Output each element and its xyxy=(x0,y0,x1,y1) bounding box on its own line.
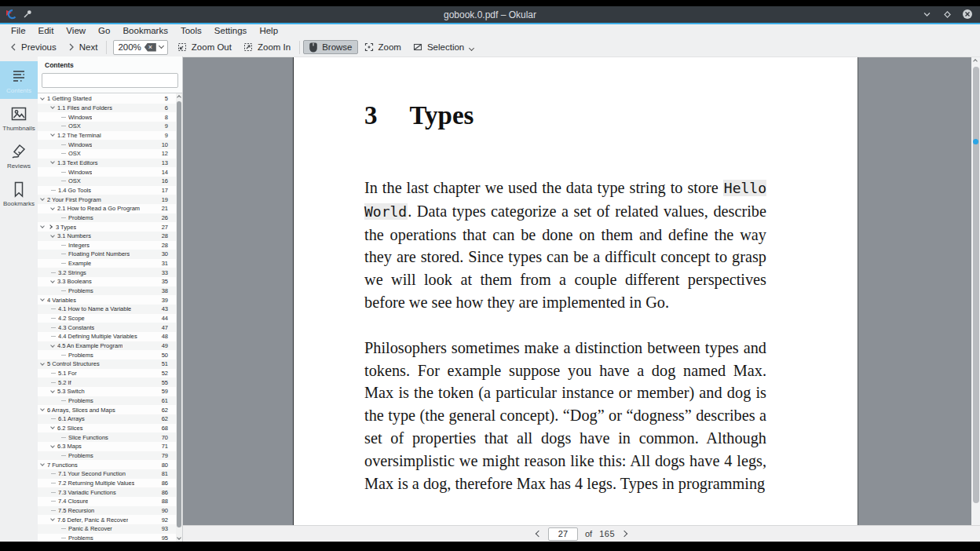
toc-item-label[interactable]: 5.2 If xyxy=(58,379,71,386)
toc-item[interactable]: 1.2 The Terminal9 xyxy=(38,131,176,140)
menu-settings[interactable]: Settings xyxy=(208,24,254,38)
toc-item-label[interactable]: 4.5 An Example Program xyxy=(57,342,122,349)
selection-tool-button[interactable]: Selection xyxy=(407,40,479,54)
toc-item-label[interactable]: 4.3 Constants xyxy=(58,324,94,331)
toc-item[interactable]: 4.2 Scope44 xyxy=(38,314,176,323)
toc-item[interactable]: 5.2 If55 xyxy=(38,378,176,387)
toc-item[interactable]: Problems26 xyxy=(38,213,176,223)
toc-item[interactable]: Floating Point Numbers30 xyxy=(38,250,176,259)
sidebar-tab-contents[interactable]: Contents xyxy=(0,61,38,99)
toc-item[interactable]: Problems95 xyxy=(38,534,176,542)
scroll-down-icon[interactable] xyxy=(177,535,181,540)
toc-item[interactable]: 2.1 How to Read a Go Program21 xyxy=(38,204,176,213)
toc-item[interactable]: 3.3 Booleans35 xyxy=(38,277,176,286)
toc-item[interactable]: 1.4 Go Tools17 xyxy=(38,186,176,195)
toc-item-label[interactable]: 7.6 Defer, Panic & Recover xyxy=(57,516,128,524)
toc-item-label[interactable]: 1.2 The Terminal xyxy=(57,132,101,139)
toc-item-label[interactable]: 3 Types xyxy=(56,224,76,231)
toc-item-label[interactable]: 7.4 Closure xyxy=(58,498,88,505)
scroll-up-icon[interactable] xyxy=(177,95,181,100)
toc-item[interactable]: Panic & Recover93 xyxy=(38,524,176,534)
chevron-down-icon[interactable] xyxy=(469,45,474,50)
menu-go[interactable]: Go xyxy=(92,24,116,38)
toc-item[interactable]: 7.6 Defer, Panic & Recover92 xyxy=(38,515,176,524)
toc-item-label[interactable]: 3.3 Booleans xyxy=(57,278,92,285)
collapse-chevron-icon[interactable] xyxy=(40,462,45,466)
toc-item-label[interactable]: Slice Functions xyxy=(68,434,108,441)
previous-page-button[interactable]: Previous xyxy=(4,41,62,53)
toc-item[interactable]: 3.2 Strings33 xyxy=(38,268,176,277)
toc-item[interactable]: 1.3 Text Editors13 xyxy=(38,159,176,168)
toc-item-label[interactable]: Problems xyxy=(68,214,93,221)
chevron-down-icon[interactable] xyxy=(159,43,164,49)
toc-item-label[interactable]: Windows xyxy=(68,169,92,176)
toc-item-label[interactable]: Integers xyxy=(68,242,90,249)
toc-item-label[interactable]: 5 Control Structures xyxy=(47,360,100,367)
zoom-in-button[interactable]: Zoom In xyxy=(237,40,296,54)
toc-item-label[interactable]: Windows xyxy=(68,114,92,121)
toc-item-label[interactable]: 2.1 How to Read a Go Program xyxy=(57,205,140,212)
toc-item-label[interactable]: OSX xyxy=(68,177,81,184)
toc-item[interactable]: OSX9 xyxy=(38,122,176,131)
toc-item[interactable]: 4 Variables39 xyxy=(38,295,176,305)
toc-item-label[interactable]: Windows xyxy=(68,141,92,148)
bookmark-marker-icon[interactable] xyxy=(973,139,978,144)
collapse-chevron-icon[interactable] xyxy=(40,407,45,411)
toc-item[interactable]: 3.1 Numbers28 xyxy=(38,232,176,241)
close-button[interactable] xyxy=(961,8,974,20)
toc-item[interactable]: Slice Functions70 xyxy=(38,432,176,442)
document-scrollbar[interactable] xyxy=(971,57,980,525)
collapse-chevron-icon[interactable] xyxy=(50,105,55,110)
toc-item[interactable]: 7.3 Variadic Functions86 xyxy=(38,487,176,497)
collapse-chevron-icon[interactable] xyxy=(50,425,55,430)
toc-item-label[interactable]: Problems xyxy=(68,287,93,294)
toc-item-label[interactable]: 7.5 Recursion xyxy=(58,507,94,514)
toc-item[interactable]: 7.2 Returning Multiple Values86 xyxy=(38,479,176,488)
toc-item-label[interactable]: 7.2 Returning Multiple Values xyxy=(58,480,134,487)
toc-item[interactable]: 1 Getting Started5 xyxy=(38,94,176,104)
menu-edit[interactable]: Edit xyxy=(32,24,60,38)
collapse-chevron-icon[interactable] xyxy=(50,160,55,165)
toc-item-label[interactable]: 7 Functions xyxy=(47,462,78,469)
toc-item-label[interactable]: 4.1 How to Name a Variable xyxy=(58,305,131,312)
next-page-arrow-icon[interactable] xyxy=(621,531,627,537)
maximize-button[interactable] xyxy=(941,8,953,20)
toc-item[interactable]: 1.1 Files and Folders6 xyxy=(38,104,176,113)
sidebar-tab-bookmarks[interactable]: Bookmarks xyxy=(0,174,38,212)
menu-bookmarks[interactable]: Bookmarks xyxy=(116,24,174,38)
contents-search-input[interactable] xyxy=(42,73,178,88)
browse-tool-button[interactable]: Browse xyxy=(303,40,357,54)
toc-item[interactable]: 4.1 How to Name a Variable43 xyxy=(38,305,176,314)
next-page-button[interactable]: Next xyxy=(62,41,104,53)
toc-item[interactable]: 4.3 Constants47 xyxy=(38,323,176,332)
collapse-chevron-icon[interactable] xyxy=(40,361,45,366)
scrollbar-thumb[interactable] xyxy=(973,67,979,503)
collapse-chevron-icon[interactable] xyxy=(50,443,55,448)
toc-item[interactable]: 7.1 Your Second Function81 xyxy=(38,469,176,479)
collapse-chevron-icon[interactable] xyxy=(40,297,45,301)
toc-item[interactable]: Integers28 xyxy=(38,241,176,250)
toc-item[interactable]: 5.3 Switch59 xyxy=(38,387,176,396)
toc-item-label[interactable]: 2 Your First Program xyxy=(47,196,101,203)
toc-item[interactable]: 2 Your First Program19 xyxy=(38,195,176,204)
minimize-button[interactable] xyxy=(920,8,933,20)
collapse-chevron-icon[interactable] xyxy=(50,233,55,238)
toc-item-label[interactable]: 4 Variables xyxy=(47,297,76,304)
toc-item[interactable]: Problems79 xyxy=(38,451,176,461)
collapse-chevron-icon[interactable] xyxy=(40,224,45,228)
collapse-chevron-icon[interactable] xyxy=(50,343,55,348)
toc-item[interactable]: 7.4 Closure88 xyxy=(38,497,176,506)
toc-item-label[interactable]: 6 Arrays, Slices and Maps xyxy=(47,407,115,414)
toc-item-label[interactable]: 3.2 Strings xyxy=(58,269,86,276)
collapse-chevron-icon[interactable] xyxy=(40,96,45,100)
toc-item[interactable]: 3 Types27 xyxy=(38,222,176,232)
toc-item-label[interactable]: Floating Point Numbers xyxy=(68,250,130,257)
toc-item[interactable]: 5 Control Structures51 xyxy=(38,359,176,369)
toc-item-label[interactable]: 3.1 Numbers xyxy=(57,232,91,239)
collapse-chevron-icon[interactable] xyxy=(50,206,55,210)
toc-item-label[interactable]: OSX xyxy=(68,122,81,130)
toc-item-label[interactable]: 5.3 Switch xyxy=(57,388,85,395)
toc-item[interactable]: Windows8 xyxy=(38,112,176,122)
menu-view[interactable]: View xyxy=(60,24,92,38)
toc-item[interactable]: Problems50 xyxy=(38,350,176,359)
